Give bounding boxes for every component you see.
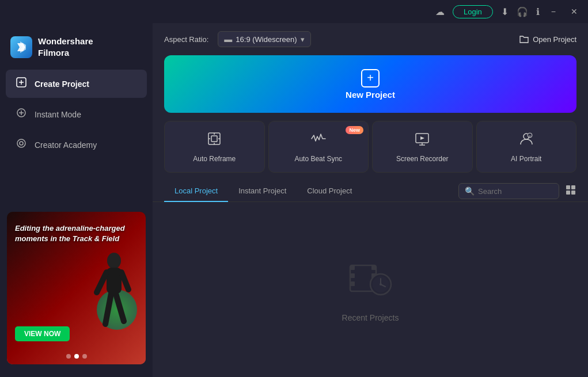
svg-line-12 — [97, 272, 107, 292]
auto-beat-sync-badge: New — [346, 126, 363, 134]
download-icon[interactable]: ⬇ — [501, 6, 509, 17]
feature-cards: Auto Reframe New Auto Beat Sync — [164, 121, 576, 173]
sidebar-item-label-instant: Instant Mode — [35, 110, 81, 119]
auto-beat-sync-icon — [310, 131, 327, 150]
sidebar-item-creator-academy[interactable]: Creator Academy — [6, 131, 147, 159]
sidebar-item-label-create: Create Project — [35, 79, 89, 89]
svg-line-14 — [105, 294, 111, 324]
project-search[interactable]: 🔍 — [458, 183, 559, 199]
info-icon[interactable]: ℹ — [536, 6, 540, 17]
feature-card-auto-beat-sync[interactable]: New Auto Beat Sync — [268, 121, 369, 173]
aspect-ratio-chevron: ▾ — [301, 35, 305, 44]
aspect-ratio-value: 16:9 (Widescreen) — [236, 35, 297, 44]
sidebar-promo: Editing the adrenaline-charged moments i… — [7, 212, 146, 364]
aspect-ratio-label: Aspect Ratio: — [164, 35, 208, 44]
logo-text: Wondershare Filmora — [38, 36, 93, 58]
ai-portrait-icon: AI — [518, 131, 534, 150]
svg-rect-34 — [350, 265, 355, 270]
dot-3[interactable] — [82, 354, 87, 359]
minimize-button[interactable]: − — [548, 6, 559, 17]
svg-point-9 — [20, 142, 23, 145]
search-input[interactable] — [478, 187, 553, 196]
screen-recorder-icon — [414, 131, 430, 150]
svg-marker-23 — [420, 136, 424, 140]
sidebar-logo: Wondershare Filmora — [0, 29, 153, 70]
close-button[interactable]: ✕ — [567, 6, 581, 17]
feature-card-auto-reframe[interactable]: Auto Reframe — [164, 121, 265, 173]
svg-rect-17 — [211, 136, 217, 142]
svg-text:AI: AI — [528, 135, 531, 138]
svg-rect-36 — [350, 281, 355, 286]
recent-projects-label: Recent Projects — [342, 313, 399, 322]
title-bar-icons: ☁ Login ⬇ 🎧 ℹ − ✕ — [435, 5, 581, 18]
new-project-label: New Project — [346, 90, 395, 100]
sidebar: Wondershare Filmora Create Project — [0, 23, 153, 377]
logo-icon — [10, 36, 32, 58]
promo-view-now-button[interactable]: VIEW NOW — [15, 326, 70, 341]
search-icon: 🔍 — [465, 186, 475, 196]
open-project-folder-icon — [519, 33, 529, 45]
sidebar-item-instant-mode[interactable]: Instant Mode — [6, 100, 147, 128]
dot-2[interactable] — [74, 354, 79, 359]
svg-point-8 — [17, 139, 25, 147]
tab-local-project[interactable]: Local Project — [164, 181, 228, 202]
sidebar-nav: Create Project Instant Mode — [0, 70, 153, 159]
svg-rect-35 — [350, 273, 355, 278]
feature-card-screen-recorder[interactable]: Screen Recorder — [372, 121, 473, 173]
new-project-banner[interactable]: + New Project — [164, 55, 576, 113]
auto-beat-sync-label: Auto Beat Sync — [294, 155, 342, 163]
sidebar-item-create-project[interactable]: Create Project — [6, 70, 147, 98]
auto-reframe-label: Auto Reframe — [193, 155, 236, 163]
content-area: Aspect Ratio: ▬ 16:9 (Widescreen) ▾ Open… — [153, 23, 588, 377]
cloud-icon[interactable]: ☁ — [435, 6, 445, 17]
new-project-plus-icon: + — [361, 69, 380, 87]
create-project-icon — [15, 77, 28, 91]
svg-point-44 — [380, 283, 382, 285]
dot-1[interactable] — [66, 354, 71, 359]
login-button[interactable]: Login — [453, 5, 493, 18]
sidebar-item-label-academy: Creator Academy — [35, 140, 97, 150]
svg-rect-32 — [571, 191, 575, 195]
projects-area: Recent Projects — [153, 202, 588, 377]
creator-academy-icon — [15, 138, 28, 152]
open-project-label: Open Project — [533, 35, 576, 44]
project-tabs-bar: Local Project Instant Project Cloud Proj… — [153, 181, 588, 202]
content-topbar: Aspect Ratio: ▬ 16:9 (Widescreen) ▾ Open… — [153, 23, 588, 55]
grid-toggle-button[interactable] — [565, 184, 576, 199]
aspect-ratio-icon: ▬ — [224, 35, 232, 44]
svg-line-15 — [116, 294, 124, 321]
aspect-ratio-select[interactable]: ▬ 16:9 (Widescreen) ▾ — [218, 31, 310, 47]
svg-point-10 — [107, 253, 121, 269]
instant-mode-icon — [15, 107, 28, 121]
tab-cloud-project[interactable]: Cloud Project — [297, 181, 362, 202]
feature-card-ai-portrait[interactable]: AI AI Portrait — [476, 121, 577, 173]
promo-text: Editing the adrenaline-charged moments i… — [15, 223, 138, 244]
svg-rect-30 — [571, 185, 575, 189]
open-project-button[interactable]: Open Project — [519, 33, 576, 45]
svg-line-13 — [122, 272, 128, 290]
main-layout: Wondershare Filmora Create Project — [0, 23, 588, 377]
new-project-inner: + New Project — [346, 69, 395, 100]
screen-recorder-label: Screen Recorder — [396, 155, 449, 163]
promo-dots — [66, 354, 87, 359]
svg-rect-31 — [566, 191, 570, 195]
auto-reframe-icon — [206, 131, 222, 150]
tab-instant-project[interactable]: Instant Project — [228, 181, 297, 202]
svg-rect-37 — [371, 265, 376, 270]
recent-projects-icon — [347, 257, 393, 306]
headphone-icon[interactable]: 🎧 — [517, 6, 528, 17]
project-tabs: Local Project Instant Project Cloud Proj… — [164, 181, 362, 201]
svg-rect-29 — [566, 185, 570, 189]
ai-portrait-label: AI Portrait — [511, 155, 541, 163]
title-bar: ☁ Login ⬇ 🎧 ℹ − ✕ — [0, 0, 588, 23]
